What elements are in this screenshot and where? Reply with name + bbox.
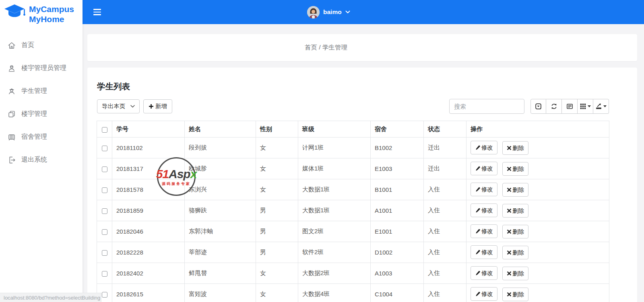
export-button[interactable] — [593, 99, 609, 114]
edit-button-label: 修改 — [481, 165, 493, 173]
username: baimo — [323, 8, 342, 16]
row-checkbox[interactable] — [102, 187, 107, 193]
edit-button[interactable]: 修改 — [471, 224, 497, 238]
chevron-down-icon — [130, 105, 135, 108]
toggle-view-button[interactable] — [562, 99, 578, 114]
table-body: 20181102 段刭拔 女 计网1班 B1002 迁出 修改 删除 20181… — [97, 138, 609, 302]
student-table: 学号 姓名 性别 班级 宿舍 状态 操作 20181102 段刭拔 女 计网1班… — [97, 121, 609, 302]
edit-button[interactable]: 修改 — [471, 266, 497, 280]
cell-dorm: A1003 — [371, 263, 424, 284]
menu-toggle-button[interactable] — [93, 7, 104, 17]
sidebar-item-dorm[interactable]: 宿舍管理 — [0, 125, 83, 148]
pencil-icon — [475, 249, 481, 255]
header-student-id: 学号 — [112, 121, 185, 138]
cell-gender: 女 — [256, 158, 298, 179]
search-input[interactable] — [449, 99, 524, 114]
sidebar-item-student[interactable]: 学生管理 — [0, 80, 83, 103]
cell-class: 大数据1班 — [298, 200, 371, 221]
status-url: localhost:8080/bd?method=selectBuilding — [4, 295, 100, 301]
delete-button[interactable]: 删除 — [502, 225, 528, 238]
delete-button-label: 删除 — [512, 207, 524, 215]
breadcrumb-separator: / — [317, 44, 322, 51]
table-row: 20182615 富矧波 女 大数据4班 C1004 入住 修改 删除 — [97, 284, 609, 302]
cell-name: 段刭拔 — [185, 138, 256, 158]
sidebar-item-label: 学生管理 — [21, 87, 47, 95]
delete-button-label: 删除 — [512, 144, 524, 152]
select-all-checkbox[interactable] — [102, 127, 107, 133]
student-list-card: 学生列表 导出本页 新增 — [87, 68, 637, 302]
delete-button[interactable]: 删除 — [502, 288, 528, 301]
export-select-value: 导出本页 — [102, 103, 125, 110]
row-checkbox[interactable] — [102, 166, 107, 172]
cell-student-id: 20182228 — [112, 242, 185, 263]
edit-button[interactable]: 修改 — [471, 162, 497, 175]
export-icon — [595, 103, 602, 110]
edit-button[interactable]: 修改 — [471, 203, 497, 217]
sidebar-item-label: 楼宇管理 — [21, 110, 47, 118]
cell-status: 入住 — [424, 200, 466, 221]
edit-button-label: 修改 — [481, 144, 493, 152]
cell-name: 鲜甩替 — [185, 263, 256, 284]
cell-student-id: 20181102 — [112, 138, 185, 158]
edit-button[interactable]: 修改 — [471, 287, 497, 301]
cell-status: 入住 — [424, 221, 466, 242]
row-checkbox[interactable] — [102, 250, 107, 256]
edit-button-label: 修改 — [481, 290, 493, 298]
sidebar-item-label: 楼宇管理员管理 — [21, 64, 66, 72]
table-tools-group — [530, 99, 609, 114]
delete-button[interactable]: 删除 — [502, 183, 528, 197]
sidebar-item-building-admin[interactable]: 楼宇管理员管理 — [0, 57, 83, 80]
delete-button[interactable]: 删除 — [502, 141, 528, 155]
row-checkbox[interactable] — [102, 208, 107, 214]
cell-student-id: 20181317 — [112, 158, 185, 179]
table-row: 20181578 东浏兴 女 大数据1班 B1001 入住 修改 删除 — [97, 179, 609, 200]
delete-button-label: 删除 — [512, 186, 524, 194]
row-checkbox[interactable] — [102, 271, 107, 277]
student-icon — [7, 87, 17, 96]
cell-status: 入住 — [424, 284, 466, 302]
sidebar-item-label: 退出系统 — [21, 156, 47, 164]
edit-button[interactable]: 修改 — [471, 141, 497, 154]
add-button[interactable]: 新增 — [143, 99, 172, 113]
user-menu[interactable]: baimo — [307, 0, 350, 24]
cell-dorm: B1001 — [371, 179, 424, 200]
caret-down-icon — [588, 105, 591, 107]
row-checkbox[interactable] — [102, 292, 107, 298]
edit-button-label: 修改 — [481, 228, 493, 235]
dorm-icon — [7, 133, 17, 142]
cell-class: 大数据2班 — [298, 263, 371, 284]
toolbar-left: 导出本页 新增 — [97, 99, 172, 113]
delete-button[interactable]: 删除 — [502, 246, 528, 259]
table-row: 20182402 鲜甩替 女 大数据2班 A1003 入住 修改 删除 — [97, 263, 609, 284]
row-checkbox[interactable] — [102, 146, 107, 151]
cell-dorm: D1002 — [371, 242, 424, 263]
avatar — [307, 6, 320, 18]
pencil-icon — [475, 187, 481, 192]
toolbar-right — [449, 99, 609, 114]
sidebar-item-logout[interactable]: 退出系统 — [0, 148, 83, 171]
columns-button[interactable] — [578, 99, 593, 114]
building-admin-icon — [7, 64, 17, 73]
edit-button[interactable]: 修改 — [471, 245, 497, 259]
topbar: baimo — [83, 0, 644, 24]
breadcrumb-home[interactable]: 首页 — [305, 44, 317, 51]
pagination-toggle-button[interactable] — [530, 99, 546, 114]
delete-button[interactable]: 删除 — [502, 204, 528, 218]
plus-icon — [149, 104, 154, 109]
sidebar-item-home[interactable]: 首页 — [0, 34, 83, 57]
app-logo[interactable]: MyCampus MyHome — [0, 0, 83, 25]
row-checkbox[interactable] — [102, 229, 107, 235]
graduation-cap-icon — [4, 3, 25, 25]
cell-student-id: 20182046 — [112, 221, 185, 242]
sidebar-item-building[interactable]: 楼宇管理 — [0, 103, 83, 125]
delete-button[interactable]: 删除 — [502, 267, 528, 280]
refresh-button[interactable] — [546, 99, 562, 114]
edit-button[interactable]: 修改 — [471, 183, 497, 196]
cell-gender: 女 — [256, 179, 298, 200]
chevron-down-icon — [345, 10, 350, 14]
export-page-select[interactable]: 导出本页 — [97, 99, 140, 113]
cell-name: 富矧波 — [185, 284, 256, 302]
header-gender: 性别 — [256, 121, 298, 138]
delete-button[interactable]: 删除 — [502, 162, 528, 176]
cell-class: 大数据1班 — [298, 179, 371, 200]
